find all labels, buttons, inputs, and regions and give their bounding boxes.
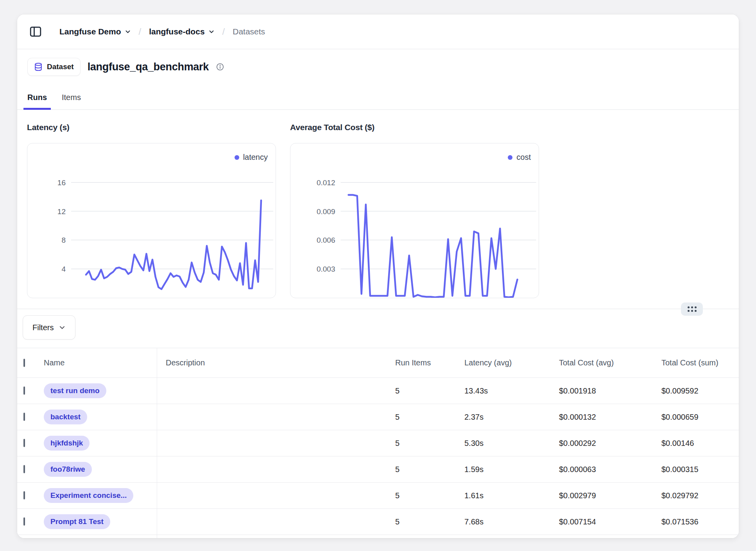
svg-text:0.009: 0.009	[317, 208, 335, 216]
filters-button[interactable]: Filters	[23, 315, 75, 340]
select-all-checkbox[interactable]	[23, 359, 25, 367]
panel-left-icon	[29, 25, 42, 38]
description-cell	[157, 456, 395, 482]
legend-dot-icon	[235, 155, 239, 160]
table-row-partial	[17, 535, 739, 538]
total-cost-sum-cell: $0.071536	[661, 517, 739, 526]
description-cell	[157, 378, 395, 404]
run-name-badge[interactable]: Prompt 81 Test	[44, 514, 110, 529]
description-cell	[157, 535, 395, 538]
column-header-total-cost-avg[interactable]: Total Cost (avg)	[559, 358, 661, 367]
total-cost-avg-cell: $0.007154	[559, 517, 661, 526]
total-cost-avg-cell: $0.001918	[559, 386, 661, 395]
table-row: backtest 5 2.37s $0.000132 $0.000659	[17, 404, 739, 430]
total-cost-sum-cell: $0.000315	[661, 465, 739, 474]
latency-chart-card: 161284 latency	[27, 143, 276, 298]
breadcrumb-separator: /	[139, 26, 142, 37]
total-cost-sum-cell: $0.029792	[661, 491, 739, 500]
column-header-run-items[interactable]: Run Items	[395, 358, 464, 367]
chevron-down-icon	[125, 29, 131, 35]
filters-button-label: Filters	[32, 323, 54, 332]
main-window: Langfuse Demo / langfuse-docs / Datasets…	[17, 14, 739, 538]
latency-legend: latency	[235, 153, 268, 162]
latency-chart: 161284	[27, 143, 276, 298]
run-name-badge[interactable]: hjkfdshjk	[44, 436, 90, 451]
row-checkbox[interactable]	[23, 386, 25, 395]
row-checkbox[interactable]	[23, 439, 25, 447]
total-cost-avg-cell: $0.000063	[559, 465, 661, 474]
cost-legend: cost	[508, 153, 531, 162]
breadcrumb-datasets-label: Datasets	[233, 27, 265, 36]
top-bar: Langfuse Demo / langfuse-docs / Datasets	[17, 14, 739, 49]
database-icon	[34, 62, 43, 72]
table-row: hjkfdshjk 5 5.30s $0.000292 $0.00146	[17, 430, 739, 456]
breadcrumb-repo-label: langfuse-docs	[149, 27, 204, 36]
breadcrumb-project[interactable]: Langfuse Demo	[59, 27, 131, 36]
total-cost-avg-cell: $0.000292	[559, 439, 661, 448]
svg-text:0.012: 0.012	[317, 179, 335, 187]
column-header-latency-avg[interactable]: Latency (avg)	[464, 358, 559, 367]
dataset-header: Dataset langfuse_qa_benchmark	[27, 58, 739, 76]
latency-chart-title: Latency (s)	[27, 122, 276, 133]
row-checkbox[interactable]	[23, 465, 25, 473]
run-items-cell: 5	[395, 517, 464, 526]
latency-chart-block: Latency (s) 161284 latency	[27, 122, 276, 298]
run-name-badge[interactable]: foo78riwe	[44, 462, 92, 477]
total-cost-avg-cell: $0.002979	[559, 491, 661, 500]
run-items-cell: 5	[395, 386, 464, 395]
tab-bar: Runs Items	[17, 89, 739, 110]
svg-text:0.003: 0.003	[317, 265, 335, 273]
breadcrumb: Langfuse Demo / langfuse-docs / Datasets	[59, 26, 265, 37]
table-row: foo78riwe 5 1.59s $0.000063 $0.000315	[17, 456, 739, 483]
info-icon[interactable]	[216, 63, 224, 71]
table-header-row: Name Description Run Items Latency (avg)…	[17, 348, 739, 378]
charts-section: Latency (s) 161284 latency Average Total…	[27, 122, 739, 298]
chevron-down-icon	[59, 324, 66, 331]
run-items-cell: 5	[395, 413, 464, 422]
svg-text:12: 12	[57, 208, 66, 216]
description-cell	[157, 404, 395, 430]
page-title: langfuse_qa_benchmark	[88, 61, 209, 73]
description-cell	[157, 509, 395, 535]
cost-chart-block: Average Total Cost ($) 0.0120.0090.0060.…	[290, 122, 539, 298]
column-header-name[interactable]: Name	[41, 358, 157, 367]
cost-chart: 0.0120.0090.0060.003	[290, 143, 539, 298]
run-items-cell: 5	[395, 439, 464, 448]
run-name-badge[interactable]: Experiment concise...	[44, 488, 133, 503]
row-checkbox[interactable]	[23, 517, 25, 526]
row-checkbox[interactable]	[23, 413, 25, 421]
breadcrumb-separator: /	[222, 26, 225, 37]
breadcrumb-repo[interactable]: langfuse-docs	[149, 27, 214, 36]
runs-table: Name Description Run Items Latency (avg)…	[17, 348, 739, 538]
latency-avg-cell: 5.30s	[464, 439, 559, 448]
svg-text:16: 16	[57, 179, 66, 187]
dataset-badge-label: Dataset	[47, 63, 74, 71]
description-cell	[157, 430, 395, 456]
svg-text:4: 4	[61, 265, 66, 273]
row-checkbox[interactable]	[23, 491, 25, 499]
latency-avg-cell: 7.68s	[464, 517, 559, 526]
table-row: test run demo 5 13.43s $0.001918 $0.0095…	[17, 378, 739, 404]
breadcrumb-datasets[interactable]: Datasets	[233, 27, 265, 36]
table-row: Prompt 81 Test 5 7.68s $0.007154 $0.0715…	[17, 509, 739, 535]
legend-dot-icon	[508, 155, 512, 160]
latency-avg-cell: 1.59s	[464, 465, 559, 474]
column-header-description[interactable]: Description	[157, 348, 395, 377]
total-cost-sum-cell: $0.000659	[661, 413, 739, 422]
legend-label: latency	[243, 153, 268, 162]
cost-chart-card: 0.0120.0090.0060.003 cost	[290, 143, 539, 298]
latency-avg-cell: 2.37s	[464, 413, 559, 422]
chevron-down-icon	[208, 29, 215, 35]
column-header-total-cost-sum[interactable]: Total Cost (sum)	[661, 358, 739, 367]
sidebar-toggle-button[interactable]	[28, 24, 43, 39]
tab-runs[interactable]: Runs	[23, 92, 51, 110]
total-cost-sum-cell: $0.009592	[661, 386, 739, 395]
run-name-badge[interactable]: test run demo	[44, 383, 106, 398]
section-divider	[17, 309, 739, 309]
resize-handle[interactable]	[681, 302, 703, 316]
tab-items[interactable]: Items	[58, 92, 85, 109]
table-row: Experiment concise... 5 1.61s $0.002979 …	[17, 483, 739, 509]
legend-label: cost	[516, 153, 531, 162]
latency-avg-cell: 1.61s	[464, 491, 559, 500]
run-name-badge[interactable]: backtest	[44, 410, 87, 424]
